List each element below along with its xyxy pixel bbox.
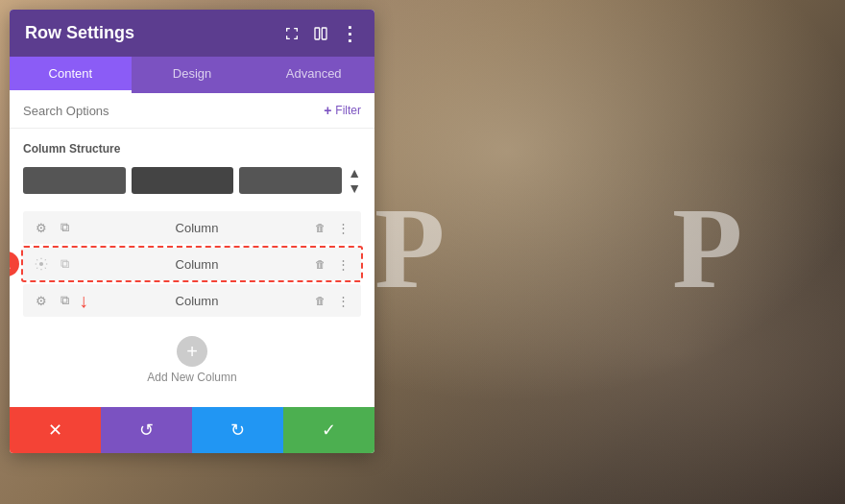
row1-right-icons <box>311 219 351 236</box>
filter-button[interactable]: + Filter <box>324 103 361 118</box>
search-bar: + Filter <box>10 93 374 129</box>
column-structure-label: Column Structure <box>23 142 361 156</box>
row3-more-icon[interactable] <box>334 292 351 309</box>
svg-point-2 <box>39 262 43 266</box>
cancel-button[interactable]: ✕ <box>10 407 101 453</box>
column-rows-list: Column 1 Column <box>23 211 361 317</box>
row-settings-panel: Row Settings ⋮ Content Design Advanced +… <box>10 10 374 453</box>
row3-copy-icon[interactable] <box>56 292 73 309</box>
column-select-arrow[interactable]: ▲▼ <box>348 165 361 196</box>
svg-rect-1 <box>322 28 326 39</box>
column-option-1[interactable] <box>23 167 126 194</box>
row2-label: Column <box>83 257 311 272</box>
column-row-3: Column <box>23 284 361 317</box>
column-structure-selector: ▲▼ <box>23 165 361 196</box>
panel-footer: ✕ ↺ ↻ ✓ <box>10 407 374 453</box>
svg-rect-0 <box>315 28 320 39</box>
row2-left-icons <box>33 255 73 273</box>
row3-right-icons <box>311 292 351 309</box>
column-option-3[interactable] <box>239 167 342 194</box>
columns-icon[interactable] <box>311 24 330 43</box>
row2-settings-icon[interactable] <box>33 255 50 273</box>
undo-button[interactable]: ↺ <box>101 407 192 453</box>
step-badge-1: 1 <box>10 252 19 276</box>
panel-title: Row Settings <box>25 23 134 43</box>
column-option-2[interactable] <box>132 167 234 194</box>
filter-label: Filter <box>335 104 361 117</box>
row1-settings-icon[interactable] <box>33 219 50 236</box>
row1-label: Column <box>83 221 311 235</box>
filter-plus-icon: + <box>324 103 331 118</box>
row2-copy-icon[interactable] <box>56 255 73 273</box>
row2-more-icon[interactable] <box>334 255 351 273</box>
row1-copy-icon[interactable] <box>56 219 73 236</box>
row2-right-icons <box>311 255 351 273</box>
row3-left-icons <box>33 292 73 309</box>
row1-delete-icon[interactable] <box>311 219 328 236</box>
panel-header-icons: ⋮ <box>282 24 359 43</box>
column-row-2: 1 Column <box>23 248 361 280</box>
panel-body: Column Structure ▲▼ Column <box>10 129 374 407</box>
more-options-icon[interactable]: ⋮ <box>340 24 359 43</box>
add-column-button[interactable]: + <box>177 336 207 367</box>
watermark-p2: P <box>672 182 742 315</box>
tabs-bar: Content Design Advanced <box>10 57 374 93</box>
add-column-label: Add New Column <box>147 371 236 384</box>
row1-more-icon[interactable] <box>334 219 351 236</box>
watermark-p1: P <box>374 182 445 315</box>
tab-advanced[interactable]: Advanced <box>253 57 374 93</box>
redo-button[interactable]: ↻ <box>192 407 283 453</box>
row3-label: Column <box>83 294 311 308</box>
row3-delete-icon[interactable] <box>311 292 328 309</box>
add-column-section: + Add New Column <box>23 330 361 394</box>
fullscreen-icon[interactable] <box>282 24 302 43</box>
tab-design[interactable]: Design <box>132 57 254 93</box>
tab-content[interactable]: Content <box>10 57 132 93</box>
confirm-button[interactable]: ✓ <box>283 407 374 453</box>
row1-left-icons <box>33 219 73 236</box>
row2-delete-icon[interactable] <box>311 255 328 273</box>
search-input[interactable] <box>23 104 316 118</box>
row3-settings-icon[interactable] <box>33 292 50 309</box>
drag-arrow-indicator: ↓ <box>79 290 88 312</box>
panel-header: Row Settings ⋮ <box>10 10 374 57</box>
column-row-1: Column <box>23 211 361 244</box>
